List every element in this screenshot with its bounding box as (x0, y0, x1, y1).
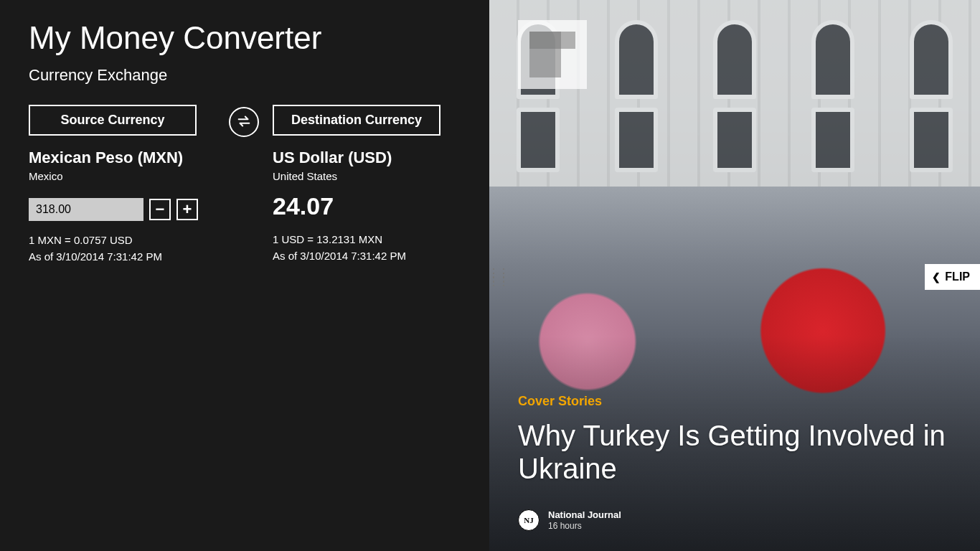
destination-column: Destination Currency US Dollar (USD) Uni… (273, 105, 459, 262)
source-name: National Journal (548, 509, 621, 521)
source-column: Source Currency Mexican Peso (MXN) Mexic… (29, 105, 215, 263)
flipboard-logo-icon (518, 20, 587, 89)
source-rate: 1 MXN = 0.0757 USD (29, 234, 215, 246)
currency-converter-pane: My Money Converter Currency Exchange Sou… (0, 0, 489, 551)
source-country: Mexico (29, 170, 215, 182)
page-subtitle: Currency Exchange (29, 66, 461, 85)
source-timestamp: As of 3/10/2014 7:31:42 PM (29, 250, 215, 263)
chevron-left-icon: ❮ (932, 271, 941, 283)
destination-currency-name: US Dollar (USD) (273, 149, 459, 167)
currency-row: Source Currency Mexican Peso (MXN) Mexic… (29, 105, 461, 263)
flip-button[interactable]: ❮ FLIP (925, 264, 980, 290)
pane-resize-handle[interactable]: ⋮⋮⋮⋮⋮⋮ (489, 271, 508, 284)
swap-icon (236, 113, 252, 131)
source-currency-name: Mexican Peso (MXN) (29, 149, 215, 167)
flip-button-label: FLIP (945, 270, 970, 283)
source-time: 16 hours (548, 521, 621, 531)
destination-rate: 1 USD = 13.2131 MXN (273, 233, 459, 245)
amount-controls: − + (29, 198, 215, 221)
story-headline: Why Turkey Is Getting Involved in Ukrain… (518, 419, 951, 485)
amount-input[interactable] (29, 198, 143, 221)
increment-button[interactable]: + (176, 199, 198, 220)
source-currency-button[interactable]: Source Currency (29, 105, 197, 136)
swap-column (215, 105, 273, 137)
source-avatar-icon: NJ (518, 509, 540, 531)
app-title: My Money Converter (29, 20, 461, 56)
decrement-button[interactable]: − (149, 199, 171, 220)
flipboard-pane: ⋮⋮⋮⋮⋮⋮ ❮ FLIP Cover Stories Why Turkey I… (489, 0, 980, 551)
destination-timestamp: As of 3/10/2014 7:31:42 PM (273, 250, 459, 262)
story-source: NJ National Journal 16 hours (518, 509, 951, 531)
cover-story[interactable]: Cover Stories Why Turkey Is Getting Invo… (518, 394, 951, 531)
swap-currencies-button[interactable] (229, 107, 259, 137)
converted-amount: 24.07 (273, 192, 459, 220)
story-category: Cover Stories (518, 394, 951, 409)
destination-country: United States (273, 170, 459, 182)
destination-currency-button[interactable]: Destination Currency (273, 105, 440, 136)
